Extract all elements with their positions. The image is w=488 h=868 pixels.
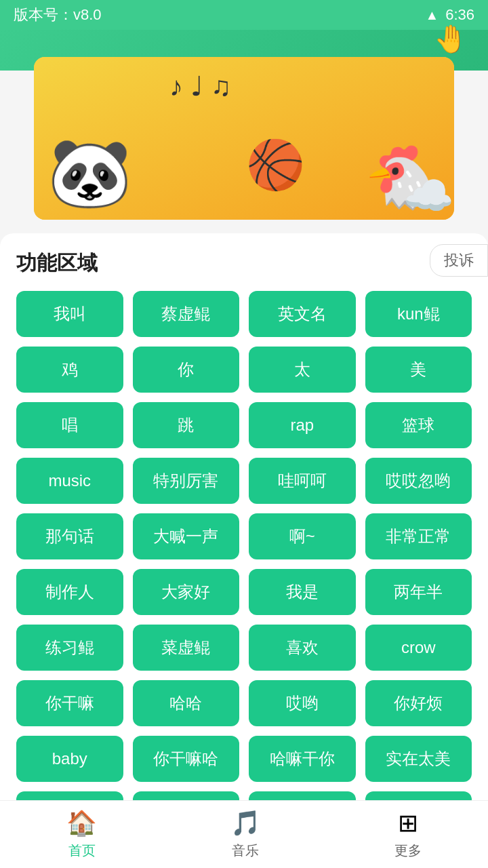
tag-btn-5[interactable]: 你 <box>133 347 240 393</box>
basketball: 🏀 <box>246 137 305 193</box>
tag-btn-26[interactable]: 喜欢 <box>249 625 356 671</box>
version-text: 版本号：v8.0 <box>14 5 102 25</box>
tag-btn-16[interactable]: 那句话 <box>16 513 123 559</box>
tag-btn-34[interactable]: 哈嘛干你 <box>249 736 356 782</box>
tag-btn-18[interactable]: 啊~ <box>249 513 356 559</box>
tag-btn-14[interactable]: 哇呵呵 <box>249 458 356 504</box>
nav-music[interactable]: 🎵 音乐 <box>230 809 261 860</box>
tag-btn-4[interactable]: 鸡 <box>16 347 123 393</box>
nav-more[interactable]: ⊞ 更多 <box>394 809 422 860</box>
tag-btn-2[interactable]: 英文名 <box>249 291 356 337</box>
music-notes: ♪ ♩ ♫ <box>169 71 231 102</box>
tag-btn-0[interactable]: 我叫 <box>16 291 123 337</box>
tag-btn-9[interactable]: 跳 <box>133 402 240 448</box>
tag-btn-35[interactable]: 实在太美 <box>365 736 472 782</box>
tag-btn-11[interactable]: 篮球 <box>365 402 472 448</box>
main-content: 投诉 功能区域 我叫蔡虚鲲英文名kun鲲鸡你太美唱跳rap篮球music特别厉害… <box>0 233 488 868</box>
tag-btn-29[interactable]: 哈哈 <box>133 680 240 726</box>
tag-btn-22[interactable]: 我是 <box>249 569 356 615</box>
tag-btn-23[interactable]: 两年半 <box>365 569 472 615</box>
nav-music-label: 音乐 <box>232 842 259 860</box>
tag-button-grid: 我叫蔡虚鲲英文名kun鲲鸡你太美唱跳rap篮球music特别厉害哇呵呵哎哎忽哟那… <box>16 291 472 868</box>
bottom-nav: 🏠 首页 🎵 音乐 ⊞ 更多 <box>0 800 488 868</box>
report-button[interactable]: 投诉 <box>430 244 488 277</box>
tag-btn-3[interactable]: kun鲲 <box>365 291 472 337</box>
time-display: 6:36 <box>445 6 474 24</box>
status-bar-right: ▲ 6:36 <box>425 6 474 24</box>
home-icon: 🏠 <box>66 809 97 837</box>
status-bar: 版本号：v8.0 ▲ 6:36 <box>0 0 488 30</box>
tag-btn-31[interactable]: 你好烦 <box>365 680 472 726</box>
hand-icon: 🤚 <box>434 23 468 55</box>
tag-btn-20[interactable]: 制作人 <box>16 569 123 615</box>
section-title: 功能区域 <box>16 250 472 277</box>
nav-more-label: 更多 <box>394 842 422 860</box>
clouds: ☁️ <box>403 172 454 220</box>
nav-home[interactable]: 🏠 首页 <box>66 809 97 860</box>
tag-btn-33[interactable]: 你干嘛哈 <box>133 736 240 782</box>
tag-btn-32[interactable]: baby <box>16 736 123 782</box>
tag-btn-6[interactable]: 太 <box>249 347 356 393</box>
carousel-banner: 🐼 ♪ ♩ ♫ 🏀 🐔 ☁️ <box>34 57 454 220</box>
tag-btn-21[interactable]: 大家好 <box>133 569 240 615</box>
tag-btn-24[interactable]: 练习鲲 <box>16 625 123 671</box>
panda-character: 🐼 <box>47 133 132 213</box>
tag-btn-1[interactable]: 蔡虚鲲 <box>133 291 240 337</box>
music-icon: 🎵 <box>230 809 261 837</box>
tag-btn-10[interactable]: rap <box>249 402 356 448</box>
tag-btn-15[interactable]: 哎哎忽哟 <box>365 458 472 504</box>
tag-btn-25[interactable]: 菜虚鲲 <box>133 625 240 671</box>
nav-home-label: 首页 <box>68 842 96 860</box>
tag-btn-30[interactable]: 哎哟 <box>249 680 356 726</box>
tag-btn-7[interactable]: 美 <box>365 347 472 393</box>
wifi-icon: ▲ <box>425 7 439 23</box>
tag-btn-27[interactable]: crow <box>365 625 472 671</box>
tag-btn-19[interactable]: 非常正常 <box>365 513 472 559</box>
tag-btn-17[interactable]: 大喊一声 <box>133 513 240 559</box>
tag-btn-13[interactable]: 特别厉害 <box>133 458 240 504</box>
tag-btn-8[interactable]: 唱 <box>16 402 123 448</box>
more-icon: ⊞ <box>398 809 418 837</box>
tag-btn-28[interactable]: 你干嘛 <box>16 680 123 726</box>
tag-btn-12[interactable]: music <box>16 458 123 504</box>
